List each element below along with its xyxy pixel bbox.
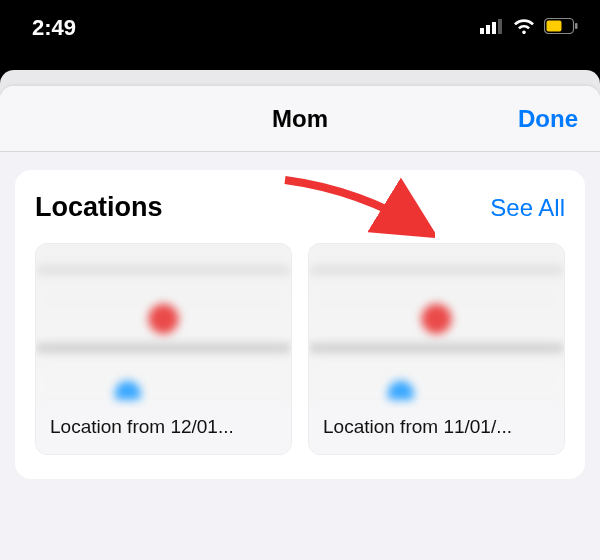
map-thumbnail <box>309 244 564 400</box>
nav-bar: Mom Done <box>0 86 600 152</box>
card-header: Locations See All <box>35 192 565 223</box>
modal-sheet: Mom Done Locations See All Location from… <box>0 86 600 560</box>
see-all-button[interactable]: See All <box>490 194 565 222</box>
location-item[interactable]: Location from 12/01... <box>35 243 292 455</box>
battery-icon <box>544 18 578 38</box>
locations-heading: Locations <box>35 192 163 223</box>
status-icons <box>480 17 578 39</box>
locations-list: Location from 12/01... Location from 11/… <box>35 243 565 455</box>
svg-rect-3 <box>498 19 502 34</box>
wifi-icon <box>512 17 536 39</box>
svg-rect-1 <box>486 25 490 34</box>
map-thumbnail <box>36 244 291 400</box>
cellular-icon <box>480 18 504 38</box>
status-bar: 2:49 <box>0 0 600 56</box>
svg-rect-2 <box>492 22 496 34</box>
svg-rect-6 <box>547 21 562 32</box>
location-label: Location from 12/01... <box>36 400 291 454</box>
done-button[interactable]: Done <box>518 105 578 133</box>
page-title: Mom <box>272 105 328 133</box>
locations-card: Locations See All Location from 12/01...… <box>15 170 585 479</box>
location-label: Location from 11/01/... <box>309 400 564 454</box>
status-time: 2:49 <box>32 15 76 41</box>
content-area: Locations See All Location from 12/01...… <box>0 152 600 479</box>
svg-rect-5 <box>575 23 578 29</box>
svg-rect-0 <box>480 28 484 34</box>
location-item[interactable]: Location from 11/01/... <box>308 243 565 455</box>
